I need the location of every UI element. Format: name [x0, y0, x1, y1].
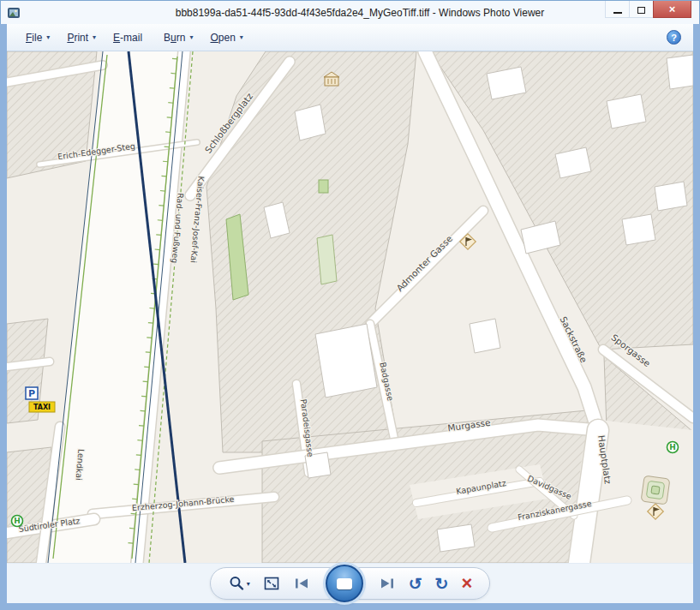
- toolbar-pill: ▾: [210, 567, 491, 600]
- tram-stop-icon: H: [12, 516, 23, 527]
- slideshow-icon: [337, 578, 352, 589]
- previous-button[interactable]: [293, 577, 310, 590]
- rotate-cw-icon: ↻: [435, 576, 449, 592]
- menu-label: Open: [210, 32, 235, 44]
- photo-viewer-window: bbb8199a-da51-44f5-93dd-4f43e5fda2e4_MyG…: [0, 0, 700, 610]
- photo-canvas: Schloßbergplatz Erich-Edegger-Steg Kaise…: [7, 51, 693, 563]
- menu-label: File: [26, 32, 42, 44]
- menu-item-file[interactable]: File ▾: [17, 27, 58, 48]
- help-icon[interactable]: ?: [667, 30, 681, 45]
- menu-item-email[interactable]: E-mail: [105, 27, 155, 48]
- chevron-down-icon: ▾: [46, 34, 50, 41]
- help-glyph: ?: [671, 33, 677, 43]
- fit-to-window-button[interactable]: [263, 576, 280, 591]
- menu-item-print[interactable]: Print ▾: [58, 27, 105, 48]
- zoom-button[interactable]: ▾: [228, 575, 250, 592]
- menu-item-burn[interactable]: Burn ▾: [155, 27, 201, 48]
- menu-bar: File ▾ Print ▾ E-mail Burn ▾ Open ▾ ?: [7, 24, 693, 51]
- svg-text:H: H: [669, 443, 676, 452]
- delete-button[interactable]: ×: [462, 574, 473, 593]
- rotate-clockwise-button[interactable]: ↻: [435, 576, 449, 592]
- app-icon: [7, 6, 21, 20]
- rotate-counterclockwise-button[interactable]: ↺: [409, 576, 422, 592]
- chevron-down-icon: ▾: [93, 34, 96, 41]
- close-button[interactable]: ×: [653, 1, 691, 18]
- menu-item-open[interactable]: Open ▾: [201, 27, 251, 48]
- chevron-down-icon: ▾: [240, 34, 243, 41]
- close-icon: ×: [669, 3, 676, 15]
- rotate-ccw-icon: ↺: [409, 576, 422, 592]
- maximize-icon: [637, 7, 645, 14]
- caption-buttons: ×: [606, 1, 691, 18]
- delete-icon: ×: [462, 574, 473, 593]
- menu-label: Burn: [164, 32, 185, 44]
- magnifier-icon: [228, 575, 245, 592]
- window-title: bbb8199a-da51-44f5-93dd-4f43e5fda2e4_MyG…: [21, 7, 699, 19]
- menu-label: Print: [67, 32, 88, 44]
- window-frame: File ▾ Print ▾ E-mail Burn ▾ Open ▾ ?: [0, 24, 700, 610]
- title-bar: bbb8199a-da51-44f5-93dd-4f43e5fda2e4_MyG…: [0, 0, 700, 24]
- tram-stop-icon: H: [667, 442, 679, 453]
- next-button[interactable]: [379, 577, 396, 590]
- previous-icon: [293, 577, 310, 590]
- svg-text:P: P: [28, 388, 35, 399]
- slideshow-button[interactable]: [326, 565, 363, 602]
- next-icon: [379, 577, 396, 590]
- menu-label: E-mail: [113, 32, 142, 44]
- map-image: Schloßbergplatz Erich-Edegger-Steg Kaise…: [7, 51, 693, 563]
- toolbar: ▾: [7, 563, 693, 603]
- minimize-button[interactable]: [605, 1, 630, 18]
- fit-to-window-icon: [263, 576, 280, 591]
- minimize-icon: [613, 12, 622, 14]
- svg-text:TAXI: TAXI: [33, 404, 51, 411]
- fountain-icon: [641, 475, 670, 505]
- svg-text:H: H: [14, 517, 21, 525]
- chevron-down-icon: ▾: [247, 580, 250, 588]
- maximize-button[interactable]: [629, 1, 654, 18]
- chevron-down-icon: ▾: [189, 34, 193, 41]
